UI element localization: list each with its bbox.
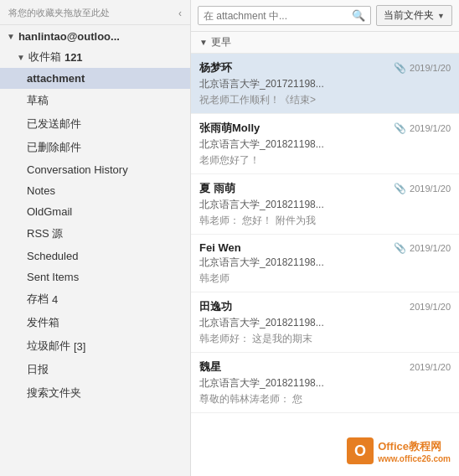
email-sender: 夏 雨萌 — [199, 181, 394, 196]
collapse-icon[interactable]: ‹ — [178, 8, 182, 19]
email-item-top: 魏星2019/1/20 — [199, 360, 451, 375]
email-list-item[interactable]: 田逸功2019/1/20北京语言大学_201821198...韩老师好： 这是我… — [191, 292, 459, 353]
email-date: 2019/1/20 — [410, 243, 451, 253]
sidebar-item-label: attachment — [27, 72, 85, 85]
email-sender: 魏星 — [199, 360, 410, 375]
email-meta: 2019/1/20 — [410, 302, 451, 312]
email-list: 杨梦环📎2019/1/20北京语言大学_201721198...祝老师工作顺利！… — [191, 54, 459, 476]
sidebar-item-scheduled[interactable]: Scheduled — [0, 246, 190, 266]
email-preview: 老师您好了！ — [199, 153, 451, 168]
sidebar-item-outbox[interactable]: 发件箱 — [0, 311, 190, 334]
email-meta: 📎2019/1/20 — [394, 242, 451, 254]
sidebar-item-attachment[interactable]: attachment — [0, 68, 190, 89]
sidebar-item-search[interactable]: 搜索文件夹 — [0, 381, 190, 405]
sidebar-item-label: 发件箱 — [27, 315, 59, 330]
email-list-item[interactable]: 夏 雨萌📎2019/1/20北京语言大学_201821198...韩老师： 您好… — [191, 174, 459, 235]
sidebar-item-label: 搜索文件夹 — [27, 385, 81, 401]
sidebar-item-label: Conversation History — [27, 163, 128, 176]
email-subject: 北京语言大学_201821198... — [199, 137, 451, 152]
email-subject: 北京语言大学_201821198... — [199, 198, 451, 212]
email-sender: 杨梦环 — [199, 60, 394, 75]
sidebar-item-badge: [3] — [74, 340, 85, 353]
email-sender: 田逸功 — [199, 299, 410, 314]
email-meta: 2019/1/20 — [410, 362, 451, 372]
search-input[interactable] — [204, 10, 348, 22]
sidebar-item-deleted[interactable]: 已删除邮件 — [0, 136, 190, 159]
section-label: 更早 — [211, 35, 231, 49]
email-item-top: Fei Wen📎2019/1/20 — [199, 241, 451, 254]
email-subject: 北京语言大学_201721198... — [199, 77, 451, 91]
folder-list: attachment草稿已发送邮件已删除邮件Conversation Histo… — [0, 68, 190, 405]
email-date: 2019/1/20 — [410, 63, 451, 73]
sidebar-item-daily[interactable]: 日报 — [0, 358, 190, 381]
attachment-icon: 📎 — [394, 183, 406, 194]
sidebar-item-junk[interactable]: 垃圾邮件 [3] — [0, 334, 190, 358]
account-expand-icon: ▼ — [7, 32, 15, 41]
search-input-wrap[interactable]: 🔍 — [198, 6, 371, 25]
main-panel: 🔍 当前文件夹 ▼ ▼ 更早 杨梦环📎2019/1/20北京语言大学_20172… — [191, 0, 459, 476]
scope-dropdown-icon: ▼ — [437, 12, 445, 20]
sidebar-content: ▼ hanlintao@outloo... ▼ 收件箱 121 attachme… — [0, 25, 190, 476]
sidebar-item-label: 已发送邮件 — [27, 116, 81, 132]
email-preview: 韩老师 — [199, 272, 451, 286]
email-date: 2019/1/20 — [410, 184, 451, 194]
email-meta: 📎2019/1/20 — [394, 122, 451, 134]
email-preview: 韩老师： 您好！ 附件为我 — [199, 214, 451, 228]
email-subject: 北京语言大学_201821198... — [199, 376, 451, 391]
email-item-top: 杨梦环📎2019/1/20 — [199, 60, 451, 75]
email-preview: 韩老师好： 这是我的期末 — [199, 332, 451, 346]
sidebar-item-label: OldGmail — [27, 205, 72, 218]
inbox-expand-icon: ▼ — [17, 53, 25, 62]
sidebar-item-rss[interactable]: RSS 源 — [0, 222, 190, 246]
sidebar-header: 将您的收藏夹拖放至此处 ‹ — [0, 0, 190, 25]
email-sender: 张雨萌Molly — [199, 121, 394, 136]
email-list-item[interactable]: Fei Wen📎2019/1/20北京语言大学_201821198...韩老师 — [191, 235, 459, 292]
sidebar-item-label: Notes — [27, 184, 55, 197]
sidebar-item-label: Scheduled — [27, 250, 78, 262]
sidebar-item-draft[interactable]: 草稿 — [0, 89, 190, 112]
drag-hint: 将您的收藏夹拖放至此处 — [8, 7, 110, 19]
scope-label: 当前文件夹 — [384, 8, 434, 23]
sidebar-item-archive[interactable]: 存档 4 — [0, 287, 190, 311]
email-date: 2019/1/20 — [410, 362, 451, 372]
email-list-section-header: ▼ 更早 — [191, 32, 459, 54]
sidebar-item-conversation[interactable]: Conversation History — [0, 159, 190, 180]
sidebar-item-label: 存档 — [27, 292, 49, 307]
account-name: hanlintao@outloo... — [18, 30, 120, 43]
inbox-badge: 121 — [64, 51, 83, 64]
main-panel-wrapper: 🔍 当前文件夹 ▼ ▼ 更早 杨梦环📎2019/1/20北京语言大学_20172… — [191, 0, 459, 476]
sidebar: 将您的收藏夹拖放至此处 ‹ ▼ hanlintao@outloo... ▼ 收件… — [0, 0, 191, 476]
email-date: 2019/1/20 — [410, 123, 451, 133]
email-item-top: 张雨萌Molly📎2019/1/20 — [199, 121, 451, 136]
email-list-item[interactable]: 张雨萌Molly📎2019/1/20北京语言大学_201821198...老师您… — [191, 114, 459, 174]
attachment-icon: 📎 — [394, 122, 406, 134]
email-item-top: 夏 雨萌📎2019/1/20 — [199, 181, 451, 196]
email-list-item[interactable]: 魏星2019/1/20北京语言大学_201821198...尊敬的韩林涛老师： … — [191, 353, 459, 413]
sidebar-item-label: 日报 — [27, 362, 49, 377]
search-icon: 🔍 — [352, 9, 365, 22]
sidebar-item-notes[interactable]: Notes — [0, 180, 190, 201]
email-preview: 祝老师工作顺利！《结束> — [199, 93, 451, 107]
sidebar-item-sentitems[interactable]: Sent Items — [0, 266, 190, 287]
email-sender: Fei Wen — [199, 241, 394, 254]
sidebar-item-label: 草稿 — [27, 93, 49, 108]
sidebar-item-label: RSS 源 — [27, 226, 63, 241]
email-date: 2019/1/20 — [410, 302, 451, 312]
email-preview: 尊敬的韩林涛老师： 您 — [199, 392, 451, 406]
sidebar-item-badge: 4 — [52, 293, 58, 306]
email-list-item[interactable]: 杨梦环📎2019/1/20北京语言大学_201721198...祝老师工作顺利！… — [191, 54, 459, 114]
account-item[interactable]: ▼ hanlintao@outloo... — [0, 25, 190, 46]
sidebar-item-sent[interactable]: 已发送邮件 — [0, 112, 190, 136]
inbox-label: 收件箱 — [28, 49, 61, 65]
inbox-item[interactable]: ▼ 收件箱 121 — [0, 46, 190, 68]
sidebar-item-label: Sent Items — [27, 271, 79, 283]
email-item-top: 田逸功2019/1/20 — [199, 299, 451, 314]
attachment-icon: 📎 — [394, 62, 406, 74]
scope-button[interactable]: 当前文件夹 ▼ — [376, 5, 452, 26]
sidebar-item-label: 垃圾邮件 — [27, 339, 70, 354]
email-meta: 📎2019/1/20 — [394, 183, 451, 194]
sidebar-item-oldgmail[interactable]: OldGmail — [0, 201, 190, 222]
attachment-icon: 📎 — [394, 242, 406, 254]
email-subject: 北京语言大学_201821198... — [199, 256, 451, 270]
email-subject: 北京语言大学_201821198... — [199, 316, 451, 330]
